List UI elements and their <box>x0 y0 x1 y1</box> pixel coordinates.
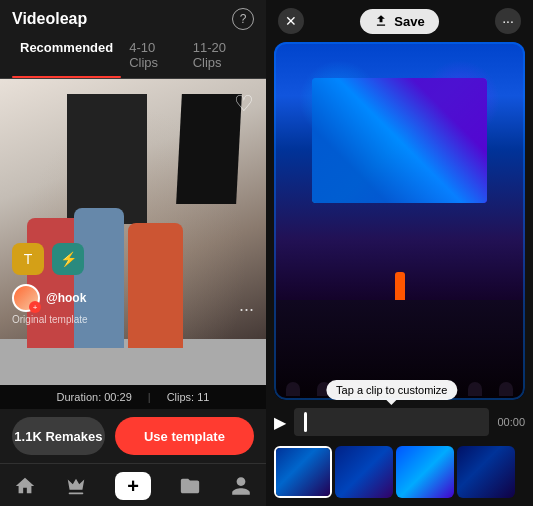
concert-preview <box>274 42 525 400</box>
heart-icon[interactable]: ♡ <box>234 91 254 117</box>
app-title: Videoleap <box>12 10 87 28</box>
tab-11-20[interactable]: 11-20 Clips <box>185 34 254 78</box>
tool-icons: T ⚡ <box>12 243 84 275</box>
more-options-button[interactable]: ··· <box>495 8 521 34</box>
duration-text: Duration: 00:29 <box>57 391 132 403</box>
right-panel: ✕ Save ··· <box>266 0 533 506</box>
use-template-button[interactable]: Use template <box>115 417 254 455</box>
timeline-controls: ▶ Tap a clip to customize 00:00 <box>274 408 525 436</box>
backdrop-stand <box>67 94 147 224</box>
clip-tooltip: Tap a clip to customize <box>326 380 457 400</box>
tab-recommended[interactable]: Recommended <box>12 34 121 78</box>
more-button[interactable]: ··· <box>239 299 254 320</box>
timeline-track[interactable]: Tap a clip to customize <box>294 408 489 436</box>
avatar[interactable]: + <box>12 284 40 312</box>
clip-thumb-1[interactable] <box>274 446 332 498</box>
duration-bar: Duration: 00:29 | Clips: 11 <box>0 385 266 409</box>
user-row: + @hook <box>12 284 88 312</box>
nav-home[interactable] <box>14 475 36 497</box>
thumb-concert-bg <box>276 448 330 496</box>
bottom-nav: + <box>0 463 266 506</box>
preview-border <box>274 42 525 400</box>
thumb-concert-bg-3 <box>457 446 515 498</box>
username[interactable]: @hook <box>46 291 86 305</box>
tabs-row: Recommended 4-10 Clips 11-20 Clips <box>0 34 266 79</box>
close-button[interactable]: ✕ <box>278 8 304 34</box>
left-panel: Videoleap ? Recommended 4-10 Clips 11-20… <box>0 0 266 506</box>
backdrop-element <box>177 94 243 204</box>
tab-4-10[interactable]: 4-10 Clips <box>121 34 184 78</box>
clips-text: Clips: 11 <box>167 391 210 403</box>
person-right <box>128 223 183 348</box>
play-button[interactable]: ▶ <box>274 413 286 432</box>
remakes-button[interactable]: 1.1K Remakes <box>12 417 105 455</box>
save-label: Save <box>394 14 424 29</box>
clip-thumb-2[interactable] <box>335 446 393 498</box>
time-display: 00:00 <box>497 416 525 428</box>
save-button[interactable]: Save <box>360 9 438 34</box>
nav-folder[interactable] <box>179 475 201 497</box>
clip-thumb-4[interactable] <box>457 446 515 498</box>
left-header: Videoleap ? <box>0 0 266 34</box>
video-bg <box>0 79 266 385</box>
nav-profile[interactable] <box>230 475 252 497</box>
timeline-area: ▶ Tap a clip to customize 00:00 <box>266 400 533 440</box>
nav-add-button[interactable]: + <box>115 472 151 500</box>
action-row: 1.1K Remakes Use template <box>0 409 266 463</box>
clip-thumbnails <box>266 440 533 506</box>
video-preview[interactable]: ♡ T ⚡ + @hook Original template ··· <box>0 79 266 385</box>
nav-crown[interactable] <box>65 475 87 497</box>
user-info: + @hook Original template <box>12 284 88 325</box>
separator: | <box>148 391 151 403</box>
text-tool-icon[interactable]: T <box>12 243 44 275</box>
clip-thumb-3[interactable] <box>396 446 454 498</box>
timeline-marker <box>304 412 307 432</box>
follow-icon: + <box>29 301 41 313</box>
effect-tool-icon[interactable]: ⚡ <box>52 243 84 275</box>
person-center <box>74 208 124 348</box>
original-tag: Original template <box>12 314 88 325</box>
thumb-bright-bg <box>396 446 454 498</box>
right-header: ✕ Save ··· <box>266 0 533 42</box>
thumb-concert-bg-2 <box>335 446 393 498</box>
help-button[interactable]: ? <box>232 8 254 30</box>
